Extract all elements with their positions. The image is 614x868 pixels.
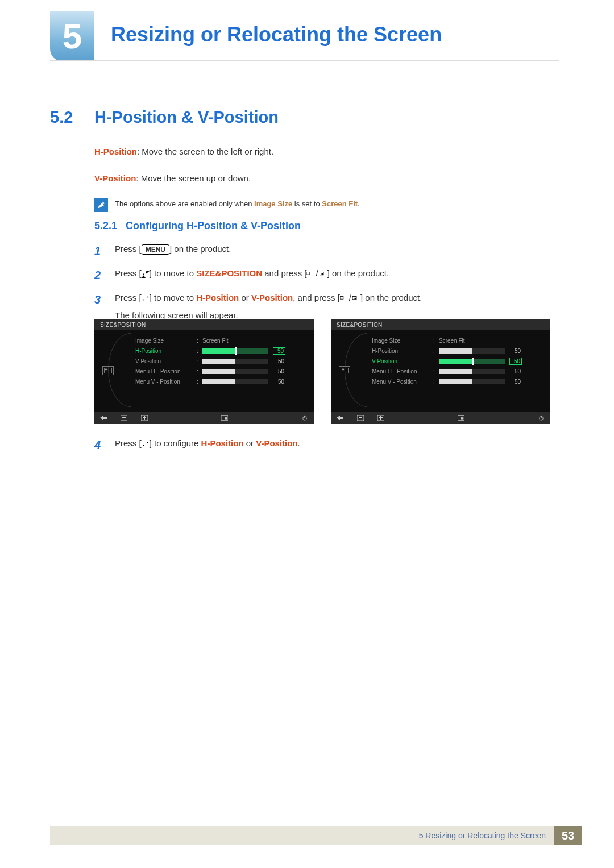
osd-enter-icon — [458, 415, 464, 421]
vposition-text: : Move the screen up or down. — [136, 173, 251, 183]
osd-item: Menu H - Position:50 — [135, 366, 307, 376]
osd-slider-value: 50 — [509, 379, 521, 385]
step-body: Press [] to move to SIZE&POSITION and pr… — [115, 267, 549, 284]
svg-marker-12 — [100, 416, 107, 420]
svg-rect-29 — [380, 416, 381, 420]
up-down-icon — [142, 440, 150, 448]
svg-marker-34 — [142, 445, 144, 446]
svg-rect-2 — [306, 272, 310, 275]
chapter-number: 5 — [50, 11, 94, 61]
svg-rect-17 — [144, 416, 145, 420]
svg-rect-9 — [354, 298, 356, 299]
osd-footer — [331, 412, 550, 424]
osd-power-icon — [301, 415, 308, 421]
osd-row: SIZE&POSITION Image Size:Screen FitH-Pos… — [94, 319, 550, 424]
osd-item-label: Menu V - Position — [135, 379, 197, 385]
step-text: or — [239, 293, 251, 302]
osd-back-icon — [100, 415, 107, 421]
osd-slider — [202, 379, 268, 384]
step-text: Press [ — [115, 438, 142, 448]
osd-slider — [202, 369, 268, 374]
chapter-title: Resizing or Relocating the Screen — [111, 23, 442, 47]
step-body: Press [MENU] on the product. — [115, 242, 549, 260]
step-3: 3 Press [] to move to H-Position or V-Po… — [94, 291, 549, 322]
up-down-icon — [142, 270, 150, 278]
section-heading: 5.2 H-Position & V-Position — [50, 108, 279, 127]
step-body: Press [] to configure H-Position or V-Po… — [115, 437, 549, 454]
note-post: . — [358, 200, 360, 208]
pip-icon — [352, 294, 360, 302]
svg-marker-0 — [142, 273, 144, 275]
osd-panel-hposition: SIZE&POSITION Image Size:Screen FitH-Pos… — [94, 319, 314, 424]
svg-marker-24 — [337, 416, 343, 420]
definitions-block: H-Position: Move the screen to the left … — [94, 146, 360, 212]
osd-item-label: Menu H - Position — [135, 368, 197, 375]
osd-item: H-Position:50 — [135, 346, 307, 356]
osd-item-colon: : — [433, 358, 439, 364]
osd-item-label: V-Position — [372, 358, 433, 364]
step-4-wrap: 4 Press [] to configure H-Position or V-… — [94, 437, 549, 461]
step-4: 4 Press [] to configure H-Position or V-… — [94, 437, 549, 454]
step-1: 1 Press [MENU] on the product. — [94, 242, 549, 260]
osd-power-icon — [538, 415, 545, 421]
footer-chapter-num: 5 — [419, 831, 424, 840]
footer-bar: 5 Resizing or Relocating the Screen — [50, 826, 554, 845]
osd-slider-value: 50 — [273, 347, 285, 355]
step-2: 2 Press [] to move to SIZE&POSITION and … — [94, 267, 549, 284]
osd-item: Menu H - Position:50 — [372, 366, 544, 376]
note-icon — [94, 198, 108, 212]
svg-marker-5 — [142, 300, 144, 301]
osd-slider-value: 50 — [509, 368, 521, 375]
svg-marker-6 — [146, 297, 148, 298]
step-text: Press [ — [115, 268, 142, 278]
subsection-number: 5.2.1 — [94, 220, 117, 232]
section-title: H-Position & V-Position — [94, 108, 279, 126]
steps: 1 Press [MENU] on the product. 2 Press [… — [94, 242, 549, 329]
osd-slider-value: 50 — [509, 358, 522, 365]
osd-item-value: Screen Fit — [439, 338, 481, 344]
osd-item: V-Position:50 — [372, 356, 544, 366]
osd-slider-value: 50 — [273, 358, 284, 364]
step-text: Press [ — [115, 244, 142, 254]
osd-item-label: H-Position — [372, 348, 433, 354]
osd-item-colon: : — [433, 348, 439, 354]
step-text: ] to move to — [150, 268, 197, 278]
osd-item-label: Image Size — [135, 338, 197, 344]
osd-header: SIZE&POSITION — [331, 319, 550, 330]
step-number: 3 — [94, 291, 105, 322]
osd-plus-icon — [141, 415, 148, 421]
note-key-screen-fit: Screen Fit — [322, 200, 358, 208]
osd-slider — [202, 359, 268, 364]
osd-item-label: H-Position — [135, 348, 197, 354]
osd-item-colon: : — [433, 379, 439, 385]
svg-rect-4 — [321, 273, 323, 275]
osd-minus-icon — [121, 415, 127, 421]
note-key-image-size: Image Size — [254, 200, 292, 208]
step-number: 4 — [94, 437, 105, 454]
osd-item-value: Screen Fit — [202, 338, 244, 344]
size-position-keyword: SIZE&POSITION — [196, 268, 262, 278]
hposition-keyword: H-Position — [201, 438, 244, 448]
osd-item-colon: : — [197, 358, 202, 364]
osd-item-colon: : — [197, 368, 202, 375]
rect-pip-icon — [306, 270, 314, 278]
hposition-term: H-Position — [94, 147, 137, 156]
osd-footer — [94, 412, 314, 424]
osd-item-label: Image Size — [372, 338, 433, 344]
osd-item: H-Position:50 — [372, 346, 544, 356]
osd-slider-value: 50 — [273, 379, 284, 385]
rect-pip-icon — [340, 294, 348, 302]
menu-keycap: MENU — [142, 244, 169, 255]
osd-item: Menu V - Position:50 — [135, 376, 307, 387]
svg-rect-33 — [541, 416, 541, 418]
vposition-term: V-Position — [94, 173, 136, 183]
subsection-title: Configuring H-Position & V-Position — [126, 220, 301, 231]
step-number: 1 — [94, 242, 105, 260]
step-text: and press [ — [262, 268, 306, 278]
note-row: The options above are enabled only when … — [94, 198, 360, 212]
osd-panel-vposition: SIZE&POSITION Image Size:Screen FitH-Pos… — [331, 319, 550, 424]
step-body: Press [] to move to H-Position or V-Posi… — [115, 291, 549, 322]
osd-back-icon — [337, 415, 343, 421]
svg-marker-35 — [146, 442, 148, 443]
svg-rect-21 — [304, 416, 305, 418]
